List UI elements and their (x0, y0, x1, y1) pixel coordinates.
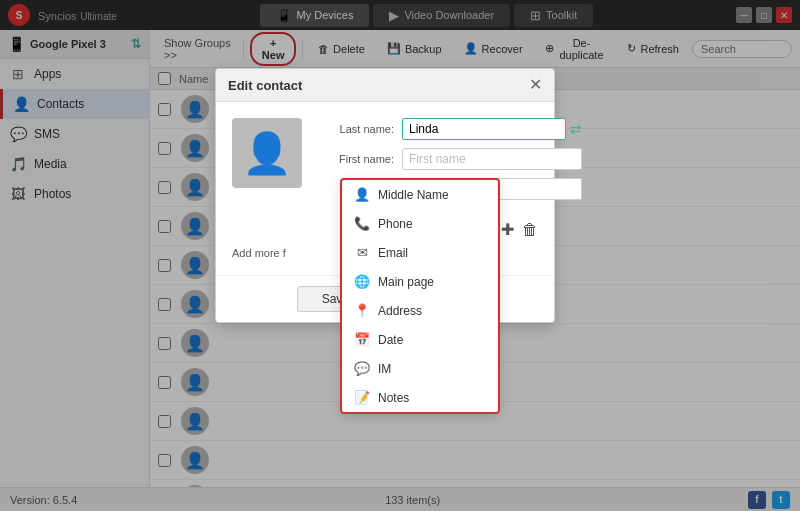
avatar-actions: ✚ 🗑 (232, 220, 538, 239)
sidebar-item-media[interactable]: 🎵 Media (0, 149, 149, 179)
maximize-button[interactable]: □ (756, 7, 772, 23)
facebook-icon[interactable]: f (748, 491, 766, 509)
row-checkbox[interactable] (158, 142, 171, 155)
device-header: 📱 Google Pixel 3 ⇅ (0, 30, 149, 59)
sidebar-item-sms[interactable]: 💬 SMS (0, 119, 149, 149)
row-checkbox[interactable] (158, 103, 171, 116)
contacts-icon: 👤 (13, 96, 29, 112)
avatar: 👤 (181, 251, 209, 279)
grid-icon: ⊞ (530, 8, 541, 23)
twitter-icon[interactable]: t (772, 491, 790, 509)
app-logo: S (8, 4, 30, 26)
delete-button[interactable]: 🗑 Delete (309, 39, 374, 59)
sidebar-item-photos[interactable]: 🖼 Photos (0, 179, 149, 209)
form-fields: Last name: ⇄ First name: Company: (314, 118, 582, 208)
version-label: Version: 6.5.4 (10, 494, 77, 506)
row-checkbox[interactable] (158, 337, 171, 350)
play-icon: ▶ (389, 8, 399, 23)
tab-toolkit[interactable]: ⊞ Toolkit (514, 4, 593, 27)
row-checkbox[interactable] (158, 376, 171, 389)
new-button[interactable]: + New (250, 32, 296, 66)
show-groups[interactable]: Show Groups >> (158, 35, 237, 63)
sms-icon: 💬 (10, 126, 26, 142)
status-bar: Version: 6.5.4 133 item(s) f t (0, 487, 800, 511)
sidebar-item-apps[interactable]: ⊞ Apps (0, 59, 149, 89)
backup-icon: 💾 (387, 42, 401, 55)
media-icon: 🎵 (10, 156, 26, 172)
window-controls: ─ □ ✕ (736, 7, 792, 23)
first-name-row: First name: (314, 148, 582, 170)
phone-icon: 📱 (276, 8, 292, 23)
modal-title: Edit contact (228, 78, 302, 93)
title-bar-nav: 📱 My Devices ▶ Video Downloader ⊞ Toolki… (260, 4, 594, 27)
cancel-button[interactable]: Cancel (386, 286, 473, 312)
table-row: 👤 (150, 363, 800, 402)
first-name-label: First name: (314, 153, 394, 165)
modal-body: 👤 Last name: ⇄ First name: Company: (216, 102, 554, 275)
save-button[interactable]: Save (297, 286, 374, 312)
table-row: 👤 (150, 480, 800, 487)
search-input[interactable] (692, 40, 792, 58)
avatar: 👤 (181, 212, 209, 240)
separator-2 (302, 39, 303, 59)
delete-photo-button[interactable]: 🗑 (522, 220, 538, 239)
avatar-section: 👤 Last name: ⇄ First name: Company: (232, 118, 538, 208)
row-checkbox[interactable] (158, 415, 171, 428)
device-name: Google Pixel 3 (30, 38, 106, 50)
delete-icon: 🗑 (318, 43, 329, 55)
last-name-label: Last name: (314, 123, 394, 135)
row-checkbox[interactable] (158, 259, 171, 272)
minimize-button[interactable]: ─ (736, 7, 752, 23)
company-input[interactable] (402, 178, 582, 200)
refresh-icon: ↻ (627, 42, 636, 55)
select-all-checkbox[interactable] (158, 72, 171, 85)
add-photo-button[interactable]: ✚ (501, 220, 514, 239)
avatar: 👤 (181, 446, 209, 474)
tab-my-devices[interactable]: 📱 My Devices (260, 4, 370, 27)
modal-footer: Save Cancel (216, 275, 554, 322)
modal-header: Edit contact ✕ (216, 69, 554, 102)
table-row: 👤 (150, 324, 800, 363)
item-count: 133 item(s) (385, 494, 440, 506)
last-name-row: Last name: ⇄ (314, 118, 582, 140)
add-more-row: Add more f (232, 247, 538, 259)
close-button[interactable]: ✕ (776, 7, 792, 23)
deduplicate-icon: ⊕ (545, 42, 554, 55)
row-checkbox[interactable] (158, 454, 171, 467)
recover-icon: 👤 (464, 42, 478, 55)
photos-icon: 🖼 (10, 186, 26, 202)
edit-contact-modal: Edit contact ✕ 👤 Last name: ⇄ First name… (215, 68, 555, 323)
first-name-input[interactable] (402, 148, 582, 170)
backup-button[interactable]: 💾 Backup (378, 38, 451, 59)
title-bar: S Syncios Ultimate 📱 My Devices ▶ Video … (0, 0, 800, 30)
row-checkbox[interactable] (158, 181, 171, 194)
avatar: 👤 (181, 173, 209, 201)
refresh-button[interactable]: ↻ Refresh (618, 38, 688, 59)
sidebar-item-contacts[interactable]: 👤 Contacts (0, 89, 149, 119)
contact-avatar-placeholder: 👤 (232, 118, 302, 188)
company-label: Company: (314, 183, 394, 195)
deduplicate-button[interactable]: ⊕ De-duplicate (536, 33, 615, 65)
title-bar-left: S Syncios Ultimate (8, 4, 117, 26)
modal-close-button[interactable]: ✕ (529, 77, 542, 93)
row-checkbox[interactable] (158, 298, 171, 311)
avatar: 👤 (181, 407, 209, 435)
avatar: 👤 (181, 134, 209, 162)
toolbar: Show Groups >> + New 🗑 Delete 💾 Backup 👤… (150, 30, 800, 68)
social-icons: f t (748, 491, 790, 509)
company-row: Company: (314, 178, 582, 200)
device-icon: 📱 (8, 36, 25, 52)
avatar: 👤 (181, 95, 209, 123)
avatar: 👤 (181, 368, 209, 396)
add-more-label: Add more f (232, 247, 286, 259)
app-name: Syncios Ultimate (38, 8, 117, 23)
avatar: 👤 (181, 329, 209, 357)
recover-button[interactable]: 👤 Recover (455, 38, 532, 59)
apps-icon: ⊞ (10, 66, 26, 82)
table-row: 👤 (150, 402, 800, 441)
table-row: 👤 (150, 441, 800, 480)
last-name-input[interactable] (402, 118, 566, 140)
sync-flag-icon: ⇄ (570, 121, 582, 137)
row-checkbox[interactable] (158, 220, 171, 233)
tab-video-downloader[interactable]: ▶ Video Downloader (373, 4, 510, 27)
